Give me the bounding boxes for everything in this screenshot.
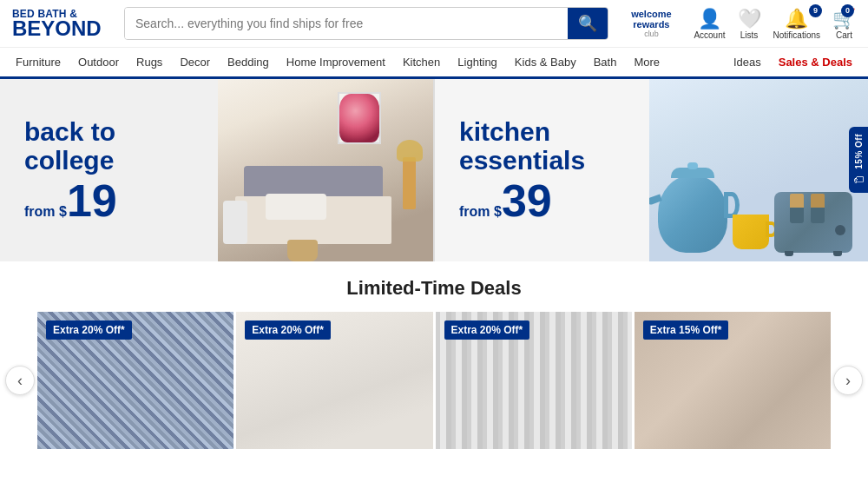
nav-item-ideas[interactable]: Ideas	[725, 48, 770, 76]
nav-item-more[interactable]: More	[625, 48, 668, 76]
logo[interactable]: BED BATH & BEYOND	[12, 8, 112, 39]
nav-item-kitchen[interactable]: Kitchen	[394, 48, 449, 76]
hero-text-left: back to college from $ 19	[0, 79, 218, 261]
side-tab[interactable]: 15% Off 🏷	[849, 127, 868, 193]
rewards-sub: club	[644, 30, 659, 38]
nav-item-bedding[interactable]: Bedding	[219, 48, 278, 76]
deal-card-4[interactable]: Extra 15% Off*	[635, 312, 831, 449]
notif-badge: 9	[809, 4, 822, 17]
deal-card-2[interactable]: Extra 20% Off*	[236, 312, 432, 449]
deal-card-1[interactable]: Extra 20% Off*	[37, 312, 233, 449]
side-tab-icon: 🏷	[853, 174, 864, 186]
notifications-icon: 🔔	[785, 8, 808, 30]
welcome-rewards[interactable]: welcome rewards club	[621, 9, 681, 38]
nav-item-decor[interactable]: Decor	[171, 48, 219, 76]
nav-item-furniture[interactable]: Furniture	[7, 48, 69, 76]
deal-card-3[interactable]: Extra 20% Off*	[436, 312, 632, 449]
rewards-text: rewards	[633, 19, 669, 30]
kettle-shape	[658, 175, 727, 253]
price-num-right: 39	[502, 178, 552, 223]
account-icon-group[interactable]: 👤 Account	[694, 8, 725, 40]
account-icon: 👤	[698, 8, 721, 30]
logo-line2: BEYOND	[12, 18, 112, 39]
kitchen-scene	[649, 79, 868, 261]
hero-section: back to college from $ 19	[0, 79, 868, 261]
nav-item-sales[interactable]: Sales & Deals	[770, 48, 861, 76]
hero-image-left	[218, 79, 433, 261]
hero-price-left: from $ 19	[24, 178, 204, 223]
cart-label: Cart	[836, 30, 852, 40]
hero-panel-left: back to college from $ 19	[0, 79, 433, 261]
nav-item-rugs[interactable]: Rugs	[128, 48, 171, 76]
prev-arrow[interactable]: ‹	[5, 366, 35, 395]
deal-badge-2: Extra 20% Off*	[245, 320, 331, 340]
toaster-shape	[774, 192, 852, 253]
deals-grid: ‹ Extra 20% Off* Extra 20% Off* Extra 20…	[0, 312, 868, 449]
deals-section: Limited-Time Deals ‹ Extra 20% Off* Extr…	[0, 261, 868, 458]
side-tab-text: 15% Off	[854, 134, 864, 169]
deals-title: Limited-Time Deals	[0, 277, 868, 300]
bedroom-scene	[218, 79, 433, 261]
deal-badge-1: Extra 20% Off*	[46, 320, 132, 340]
hero-image-right	[649, 79, 868, 261]
nav-item-bath[interactable]: Bath	[585, 48, 626, 76]
notifications-icon-group[interactable]: 🔔 9 Notifications	[773, 8, 820, 40]
nav-item-lighting[interactable]: Lighting	[449, 48, 506, 76]
search-icon: 🔍	[578, 14, 597, 33]
nav-item-home-improvement[interactable]: Home Improvement	[278, 48, 394, 76]
hero-price-right: from $ 39	[459, 178, 635, 223]
price-num-left: 19	[67, 178, 117, 223]
lists-icon: 🤍	[738, 8, 761, 30]
search-button[interactable]: 🔍	[568, 8, 608, 39]
header: BED BATH & BEYOND 🔍 welcome rewards club…	[0, 0, 868, 48]
cup-shape	[733, 215, 769, 249]
nav-bar: Furniture Outdoor Rugs Decor Bedding Hom…	[0, 48, 868, 79]
nav-item-kids-baby[interactable]: Kids & Baby	[506, 48, 585, 76]
hero-headline-left: back to college	[24, 117, 204, 175]
hero-panel-right: kitchen essentials from $ 39	[435, 79, 868, 261]
hero-text-right: kitchen essentials from $ 39	[435, 79, 649, 261]
notifications-label: Notifications	[773, 30, 820, 40]
deal-badge-4: Extra 15% Off*	[643, 320, 729, 340]
lists-icon-group[interactable]: 🤍 Lists	[738, 8, 761, 40]
nav-item-outdoor[interactable]: Outdoor	[69, 48, 128, 76]
cart-badge: 0	[841, 4, 854, 17]
hero-headline-right: kitchen essentials	[459, 117, 635, 175]
cart-icon-group[interactable]: 🛒 0 Cart	[832, 8, 856, 40]
account-label: Account	[694, 30, 725, 40]
price-from-right: from $	[459, 204, 502, 220]
deal-badge-3: Extra 20% Off*	[444, 320, 530, 340]
next-arrow[interactable]: ›	[833, 366, 863, 395]
lists-label: Lists	[740, 30, 759, 40]
search-bar: 🔍	[124, 7, 608, 40]
welcome-text: welcome	[631, 9, 671, 19]
search-input[interactable]	[125, 8, 568, 39]
price-from-left: from $	[24, 204, 67, 220]
